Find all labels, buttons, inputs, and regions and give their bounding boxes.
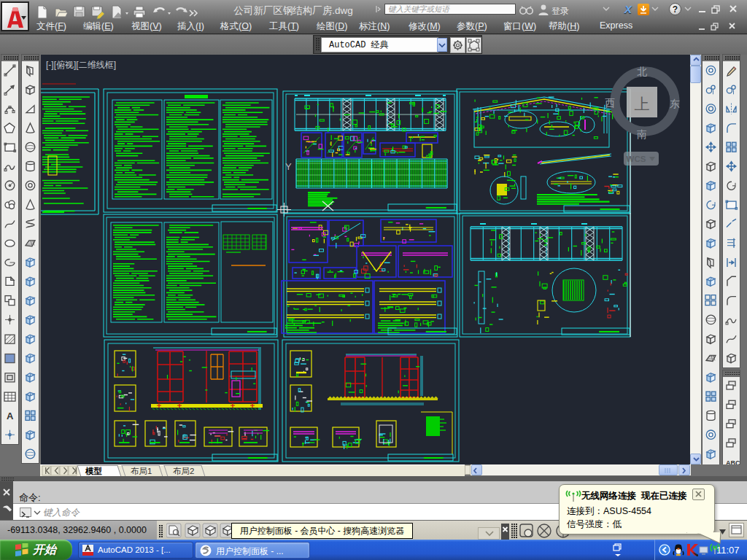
svg-text:Y: Y	[285, 161, 292, 172]
svg-text:南: 南	[637, 128, 647, 140]
svg-text:A: A	[7, 411, 14, 421]
svg-text:[-][俯视][二维线框]: [-][俯视][二维线框]	[46, 60, 116, 70]
svg-text:东: 东	[670, 98, 680, 109]
svg-text:西: 西	[605, 97, 615, 109]
svg-text:北: 北	[637, 66, 647, 77]
svg-text:上: 上	[635, 96, 650, 112]
svg-text:WCS: WCS	[627, 155, 646, 163]
